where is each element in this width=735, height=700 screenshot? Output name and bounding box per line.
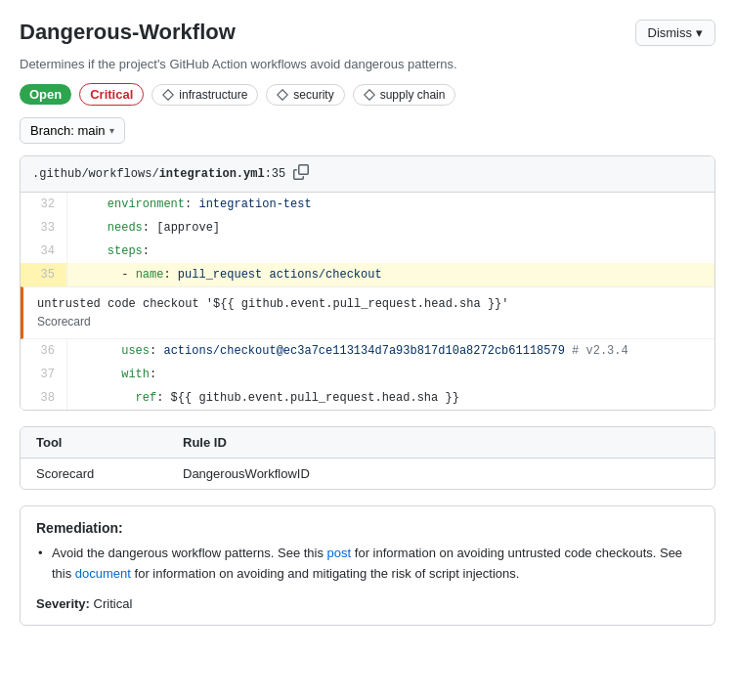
post-link[interactable]: post [327,546,352,560]
page-title: Dangerous-Workflow [20,20,236,45]
dismiss-label: Dismiss [648,25,693,40]
code-line-33: 33 needs: [approve] [21,216,714,240]
code-filename: .github/workflows/integration.yml:35 [32,167,285,181]
critical-badge: Critical [79,83,144,106]
tags-row: Open Critical infrastructure security su… [20,83,715,106]
code-line-38: 38 ref: ${{ github.event.pull_request.he… [21,386,714,410]
code-line-35: 35 - name: pull_request actions/checkout [21,263,714,286]
severity-value: Critical [94,596,133,611]
tag-supply-chain-icon [364,89,375,101]
code-header: .github/workflows/integration.yml:35 [21,156,714,193]
info-col2-header: Rule ID [183,435,699,450]
code-panel: .github/workflows/integration.yml:35 32 … [20,155,715,411]
alert-source: Scorecard [37,315,701,328]
tag-security-label: security [293,88,333,102]
code-filename-prefix: .github/workflows/ [32,167,159,181]
info-table-row: Scorecard DangerousWorkflowID [21,459,714,489]
code-line-32: 32 environment: integration-test [21,193,714,216]
remediation-text: Avoid the dangerous workflow patterns. S… [36,544,699,585]
code-line-34: 34 steps: [21,240,714,263]
tag-supply-chain[interactable]: supply chain [353,84,456,106]
page-description: Determines if the project's GitHub Actio… [20,57,715,71]
tag-infrastructure[interactable]: infrastructure [151,84,258,106]
copy-path-icon[interactable] [293,164,309,184]
code-filename-bold: integration.yml [159,167,265,181]
open-badge: Open [20,84,71,105]
info-col1-value: Scorecard [36,466,183,481]
tag-infrastructure-icon [162,89,174,101]
tag-security[interactable]: security [266,84,344,106]
code-line-37: 37 with: [21,363,714,386]
code-line-36: 36 uses: actions/checkout@ec3a7ce113134d… [21,339,714,363]
remediation-box: Remediation: Avoid the dangerous workflo… [20,505,715,626]
severity-line: Severity: Critical [36,596,699,611]
alert-text: untrusted code checkout '${{ github.even… [37,297,701,311]
branch-chevron-icon: ▾ [109,125,114,136]
code-line-ref: :35 [265,167,286,181]
info-col1-header: Tool [36,435,183,450]
code-before-highlight: 32 environment: integration-test 33 need… [21,193,714,286]
tag-security-icon [277,89,288,101]
remediation-title: Remediation: [36,520,699,536]
info-table-header: Tool Rule ID [21,427,714,459]
tag-infrastructure-label: infrastructure [179,88,247,102]
branch-label: Branch: main [30,123,106,138]
info-col2-value: DangerousWorkflowID [183,466,699,481]
severity-label: Severity: [36,596,90,611]
tag-supply-chain-label: supply chain [380,88,446,102]
dismiss-chevron-icon: ▾ [696,25,703,40]
info-table: Tool Rule ID Scorecard DangerousWorkflow… [20,426,715,490]
document-link[interactable]: document [75,566,131,581]
dismiss-button[interactable]: Dismiss ▾ [635,20,716,46]
alert-box: untrusted code checkout '${{ github.even… [21,286,714,339]
code-after-highlight: 36 uses: actions/checkout@ec3a7ce113134d… [21,339,714,410]
branch-selector[interactable]: Branch: main ▾ [20,117,125,144]
